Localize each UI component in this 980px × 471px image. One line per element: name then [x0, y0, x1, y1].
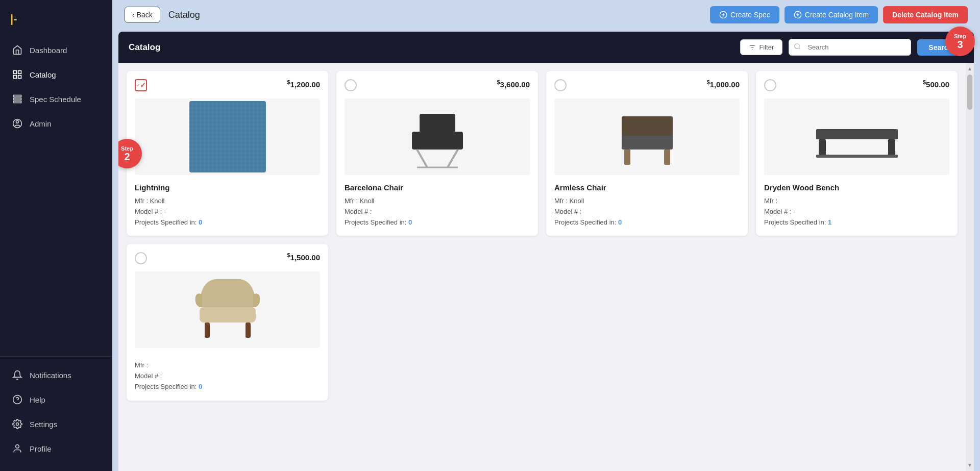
main-content: ‹ Back Catalog Create Spec Create Catalo…: [112, 0, 980, 471]
svg-line-31: [448, 150, 458, 167]
projects-count-barcelona: 0: [408, 218, 412, 226]
card-top-accent: $1,500.00: [135, 252, 320, 264]
search-icon: [794, 43, 801, 52]
bell-icon: [12, 370, 22, 380]
sidebar-item-help[interactable]: Help: [0, 387, 112, 412]
user-circle-icon: [12, 118, 22, 129]
card-top-bench: $500.00: [764, 79, 949, 91]
step3-number: 3: [957, 39, 963, 49]
svg-rect-4: [14, 95, 21, 97]
svg-rect-3: [14, 76, 17, 79]
sidebar-item-dashboard[interactable]: Dashboard: [0, 38, 112, 62]
sidebar-item-spec-schedule[interactable]: Spec Schedule: [0, 87, 112, 111]
svg-rect-37: [816, 129, 898, 139]
sidebar-item-settings[interactable]: Settings: [0, 412, 112, 436]
sidebar-item-notifications[interactable]: Notifications: [0, 363, 112, 387]
sidebar-label-catalog: Catalog: [30, 70, 56, 79]
svg-point-8: [16, 120, 19, 123]
svg-rect-2: [18, 76, 21, 79]
help-circle-icon: [12, 394, 22, 405]
item-checkbox-lightning[interactable]: [135, 79, 147, 91]
card-price-armless: $1,000.00: [706, 79, 740, 89]
card-image-barcelona: [345, 98, 530, 175]
sidebar-item-catalog[interactable]: Catalog: [0, 62, 112, 87]
card-price-bench: $500.00: [923, 79, 949, 89]
page-title: Catalog: [168, 10, 702, 20]
svg-rect-41: [200, 307, 256, 323]
svg-rect-36: [664, 150, 670, 165]
delete-catalog-button[interactable]: Delete Catalog Item: [883, 6, 968, 23]
step2-number: 2: [124, 152, 130, 162]
list-icon: [12, 94, 22, 104]
catalog-card-armless[interactable]: $1,000.00 Armless Chair: [546, 71, 748, 236]
svg-rect-33: [622, 134, 673, 150]
svg-rect-5: [14, 98, 21, 100]
search-input[interactable]: [789, 39, 911, 56]
bench-image: [811, 111, 903, 162]
card-top-armless: $1,000.00: [554, 79, 740, 91]
sidebar-item-admin[interactable]: Admin: [0, 111, 112, 136]
sidebar-bottom: Notifications Help Settings Profile: [0, 356, 112, 471]
sidebar-label-admin: Admin: [30, 119, 52, 128]
plus-circle-icon2: [794, 11, 802, 19]
scroll-thumb[interactable]: [967, 75, 972, 110]
catalog-panel: Catalog Filter Search Step: [118, 32, 974, 471]
create-spec-button[interactable]: Create Spec: [710, 6, 779, 23]
card-top-barcelona: $3,600.00: [345, 79, 530, 91]
card-detail-armless: Mfr : Knoll Model # : Projects Specified…: [554, 196, 740, 228]
svg-rect-43: [246, 323, 251, 338]
item-checkbox-bench[interactable]: [764, 79, 776, 91]
person-icon: [12, 443, 22, 454]
svg-rect-35: [624, 150, 630, 165]
card-price-barcelona: $3,600.00: [497, 79, 530, 89]
sidebar-label-spec-schedule: Spec Schedule: [30, 95, 81, 104]
sidebar-label-help: Help: [30, 395, 45, 404]
item-checkbox-barcelona[interactable]: [345, 79, 357, 91]
catalog-card-bench[interactable]: $500.00 Dryden Wood Bench: [756, 71, 958, 236]
sidebar-item-profile[interactable]: Profile: [0, 436, 112, 461]
filter-icon: [749, 44, 756, 51]
item-checkbox-armless[interactable]: [554, 79, 567, 91]
svg-rect-28: [412, 132, 463, 150]
card-detail-accent: Mfr : Model # : Projects Specified in: 0: [135, 360, 320, 392]
catalog-card-accent[interactable]: $1,500.00: [127, 244, 328, 400]
card-name-bench: Dryden Wood Bench: [764, 183, 949, 192]
back-button[interactable]: ‹ Back: [125, 7, 160, 23]
svg-line-23: [799, 47, 800, 49]
card-price-accent: $1,500.00: [287, 252, 320, 262]
projects-count-lightning: 0: [199, 218, 202, 226]
create-catalog-button[interactable]: Create Catalog Item: [785, 6, 878, 23]
settings-icon: [12, 419, 22, 429]
svg-rect-1: [18, 71, 21, 74]
grid-icon: [12, 69, 22, 80]
svg-rect-6: [14, 101, 21, 103]
filter-label: Filter: [759, 43, 774, 51]
item-checkbox-accent[interactable]: [135, 252, 147, 264]
plus-circle-icon: [719, 11, 727, 19]
barcelona-image: [397, 104, 478, 170]
svg-point-12: [16, 445, 19, 449]
svg-point-11: [16, 423, 19, 426]
search-input-wrap: [789, 39, 911, 56]
catalog-grid: Step 2 $1,200.00: [118, 63, 966, 471]
sidebar-nav: Dashboard Catalog Spec Schedule Admin No…: [0, 38, 112, 471]
scroll-up-arrow[interactable]: ▲: [965, 64, 974, 73]
topbar: ‹ Back Catalog Create Spec Create Catalo…: [112, 0, 980, 30]
catalog-card-barcelona[interactable]: $3,600.00: [336, 71, 538, 236]
lightning-image: [189, 101, 266, 172]
svg-rect-38: [819, 139, 826, 157]
home-icon: [12, 45, 22, 55]
card-image-armless: [554, 98, 740, 175]
scroll-down-arrow[interactable]: ▼: [965, 460, 974, 470]
card-detail-lightning: Mfr : Knoll Model # : - Projects Specifi…: [135, 196, 320, 228]
catalog-panel-header: Catalog Filter Search: [118, 32, 974, 63]
filter-button[interactable]: Filter: [740, 39, 782, 55]
sidebar: |- Dashboard Catalog Spec Schedule Admin…: [0, 0, 112, 471]
catalog-card-lightning[interactable]: Step 2 $1,200.00: [127, 71, 328, 236]
projects-count-bench: 1: [828, 218, 831, 226]
svg-rect-27: [189, 101, 266, 172]
card-image-lightning: [135, 98, 320, 175]
topbar-actions: Create Spec Create Catalog Item Delete C…: [710, 6, 968, 23]
sidebar-label-settings: Settings: [30, 420, 57, 429]
card-detail-barcelona: Mfr : Knoll Model # : Projects Specified…: [345, 196, 530, 228]
